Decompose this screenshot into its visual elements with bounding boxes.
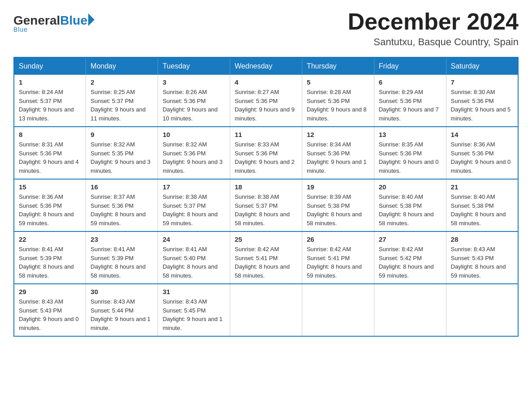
- week-row-3: 15 Sunrise: 8:36 AM Sunset: 5:36 PM Dayl…: [14, 179, 518, 231]
- logo-blue-text: Blue: [60, 13, 87, 28]
- day-cell: 16 Sunrise: 8:37 AM Sunset: 5:36 PM Dayl…: [86, 179, 158, 231]
- day-info: Sunrise: 8:34 AM Sunset: 5:36 PM Dayligh…: [307, 140, 369, 175]
- day-cell: 28 Sunrise: 8:43 AM Sunset: 5:43 PM Dayl…: [446, 231, 518, 284]
- day-number: 18: [235, 183, 297, 191]
- day-info: Sunrise: 8:41 AM Sunset: 5:40 PM Dayligh…: [163, 245, 225, 280]
- day-info: Sunrise: 8:43 AM Sunset: 5:44 PM Dayligh…: [90, 297, 153, 332]
- day-cell: 20 Sunrise: 8:40 AM Sunset: 5:38 PM Dayl…: [374, 179, 446, 231]
- day-info: Sunrise: 8:42 AM Sunset: 5:41 PM Dayligh…: [307, 245, 369, 280]
- day-number: 5: [307, 78, 369, 86]
- week-row-1: 1 Sunrise: 8:24 AM Sunset: 5:37 PM Dayli…: [14, 75, 518, 127]
- day-number: 8: [19, 131, 81, 138]
- day-number: 19: [307, 183, 369, 191]
- day-cell: 17 Sunrise: 8:38 AM Sunset: 5:37 PM Dayl…: [158, 179, 230, 231]
- calendar-header: SundayMondayTuesdayWednesdayThursdayFrid…: [14, 57, 518, 75]
- day-cell: 18 Sunrise: 8:38 AM Sunset: 5:37 PM Dayl…: [230, 179, 302, 231]
- day-number: 7: [451, 78, 513, 86]
- logo: General Blue Blue: [13, 9, 94, 33]
- day-number: 6: [379, 78, 442, 86]
- day-info: Sunrise: 8:35 AM Sunset: 5:36 PM Dayligh…: [379, 140, 442, 175]
- day-info: Sunrise: 8:29 AM Sunset: 5:36 PM Dayligh…: [379, 88, 442, 123]
- day-number: 16: [90, 183, 153, 191]
- day-number: 31: [163, 288, 225, 295]
- day-number: 17: [163, 183, 225, 191]
- day-info: Sunrise: 8:38 AM Sunset: 5:37 PM Dayligh…: [235, 193, 297, 227]
- day-info: Sunrise: 8:39 AM Sunset: 5:38 PM Dayligh…: [307, 193, 369, 227]
- day-cell: 8 Sunrise: 8:31 AM Sunset: 5:36 PM Dayli…: [14, 127, 86, 179]
- day-number: 4: [235, 78, 297, 86]
- day-number: 9: [90, 131, 153, 138]
- day-cell: 7 Sunrise: 8:30 AM Sunset: 5:36 PM Dayli…: [446, 75, 518, 127]
- day-info: Sunrise: 8:30 AM Sunset: 5:36 PM Dayligh…: [451, 88, 513, 123]
- day-info: Sunrise: 8:28 AM Sunset: 5:36 PM Dayligh…: [307, 88, 369, 123]
- header-cell-friday: Friday: [374, 57, 446, 75]
- logo-triangle-icon: [88, 13, 94, 26]
- day-number: 30: [90, 288, 153, 295]
- day-number: 1: [19, 78, 81, 86]
- day-number: 12: [307, 131, 369, 138]
- day-cell: [230, 284, 302, 336]
- week-row-5: 29 Sunrise: 8:43 AM Sunset: 5:43 PM Dayl…: [14, 284, 518, 336]
- day-cell: 5 Sunrise: 8:28 AM Sunset: 5:36 PM Dayli…: [302, 75, 374, 127]
- day-cell: 19 Sunrise: 8:39 AM Sunset: 5:38 PM Dayl…: [302, 179, 374, 231]
- day-cell: 12 Sunrise: 8:34 AM Sunset: 5:36 PM Dayl…: [302, 127, 374, 179]
- day-number: 23: [90, 235, 153, 243]
- day-cell: 9 Sunrise: 8:32 AM Sunset: 5:35 PM Dayli…: [86, 127, 158, 179]
- day-info: Sunrise: 8:40 AM Sunset: 5:38 PM Dayligh…: [451, 193, 513, 227]
- day-info: Sunrise: 8:36 AM Sunset: 5:36 PM Dayligh…: [451, 140, 513, 175]
- header-cell-thursday: Thursday: [302, 57, 374, 75]
- day-number: 3: [163, 78, 225, 86]
- day-number: 21: [451, 183, 513, 191]
- day-info: Sunrise: 8:41 AM Sunset: 5:39 PM Dayligh…: [90, 245, 153, 280]
- day-info: Sunrise: 8:36 AM Sunset: 5:36 PM Dayligh…: [19, 193, 81, 227]
- month-title: December 2024: [348, 9, 519, 34]
- day-cell: 21 Sunrise: 8:40 AM Sunset: 5:38 PM Dayl…: [446, 179, 518, 231]
- day-number: 27: [379, 235, 442, 243]
- day-info: Sunrise: 8:40 AM Sunset: 5:38 PM Dayligh…: [379, 193, 442, 227]
- day-info: Sunrise: 8:43 AM Sunset: 5:43 PM Dayligh…: [451, 245, 513, 280]
- day-cell: 23 Sunrise: 8:41 AM Sunset: 5:39 PM Dayl…: [86, 231, 158, 284]
- day-number: 2: [90, 78, 153, 86]
- day-cell: [374, 284, 446, 336]
- day-info: Sunrise: 8:42 AM Sunset: 5:42 PM Dayligh…: [379, 245, 442, 280]
- day-number: 29: [19, 288, 81, 295]
- location-subtitle: Santutxu, Basque Country, Spain: [348, 36, 519, 48]
- day-cell: 11 Sunrise: 8:33 AM Sunset: 5:36 PM Dayl…: [230, 127, 302, 179]
- day-info: Sunrise: 8:32 AM Sunset: 5:35 PM Dayligh…: [90, 140, 153, 175]
- day-cell: 6 Sunrise: 8:29 AM Sunset: 5:36 PM Dayli…: [374, 75, 446, 127]
- day-info: Sunrise: 8:43 AM Sunset: 5:45 PM Dayligh…: [163, 297, 225, 332]
- calendar-table: SundayMondayTuesdayWednesdayThursdayFrid…: [13, 57, 519, 337]
- day-info: Sunrise: 8:26 AM Sunset: 5:36 PM Dayligh…: [163, 88, 225, 123]
- day-cell: [302, 284, 374, 336]
- day-number: 10: [163, 131, 225, 138]
- day-cell: 15 Sunrise: 8:36 AM Sunset: 5:36 PM Dayl…: [14, 179, 86, 231]
- day-number: 14: [451, 131, 513, 138]
- day-info: Sunrise: 8:42 AM Sunset: 5:41 PM Dayligh…: [235, 245, 297, 280]
- day-cell: 10 Sunrise: 8:32 AM Sunset: 5:36 PM Dayl…: [158, 127, 230, 179]
- day-cell: 25 Sunrise: 8:42 AM Sunset: 5:41 PM Dayl…: [230, 231, 302, 284]
- day-info: Sunrise: 8:27 AM Sunset: 5:36 PM Dayligh…: [235, 88, 297, 123]
- header-cell-sunday: Sunday: [14, 57, 86, 75]
- day-cell: 27 Sunrise: 8:42 AM Sunset: 5:42 PM Dayl…: [374, 231, 446, 284]
- day-info: Sunrise: 8:41 AM Sunset: 5:39 PM Dayligh…: [19, 245, 81, 280]
- header-cell-monday: Monday: [86, 57, 158, 75]
- day-cell: 26 Sunrise: 8:42 AM Sunset: 5:41 PM Dayl…: [302, 231, 374, 284]
- day-number: 26: [307, 235, 369, 243]
- day-info: Sunrise: 8:43 AM Sunset: 5:43 PM Dayligh…: [19, 297, 81, 332]
- day-info: Sunrise: 8:24 AM Sunset: 5:37 PM Dayligh…: [19, 88, 81, 123]
- week-row-4: 22 Sunrise: 8:41 AM Sunset: 5:39 PM Dayl…: [14, 231, 518, 284]
- day-info: Sunrise: 8:38 AM Sunset: 5:37 PM Dayligh…: [163, 193, 225, 227]
- day-cell: 22 Sunrise: 8:41 AM Sunset: 5:39 PM Dayl…: [14, 231, 86, 284]
- day-number: 15: [19, 183, 81, 191]
- day-cell: 14 Sunrise: 8:36 AM Sunset: 5:36 PM Dayl…: [446, 127, 518, 179]
- day-number: 25: [235, 235, 297, 243]
- day-number: 24: [163, 235, 225, 243]
- day-cell: 31 Sunrise: 8:43 AM Sunset: 5:45 PM Dayl…: [158, 284, 230, 336]
- day-cell: 3 Sunrise: 8:26 AM Sunset: 5:36 PM Dayli…: [158, 75, 230, 127]
- calendar-body: 1 Sunrise: 8:24 AM Sunset: 5:37 PM Dayli…: [14, 75, 518, 336]
- header-cell-tuesday: Tuesday: [158, 57, 230, 75]
- day-info: Sunrise: 8:37 AM Sunset: 5:36 PM Dayligh…: [90, 193, 153, 227]
- day-cell: 4 Sunrise: 8:27 AM Sunset: 5:36 PM Dayli…: [230, 75, 302, 127]
- day-cell: 29 Sunrise: 8:43 AM Sunset: 5:43 PM Dayl…: [14, 284, 86, 336]
- week-row-2: 8 Sunrise: 8:31 AM Sunset: 5:36 PM Dayli…: [14, 127, 518, 179]
